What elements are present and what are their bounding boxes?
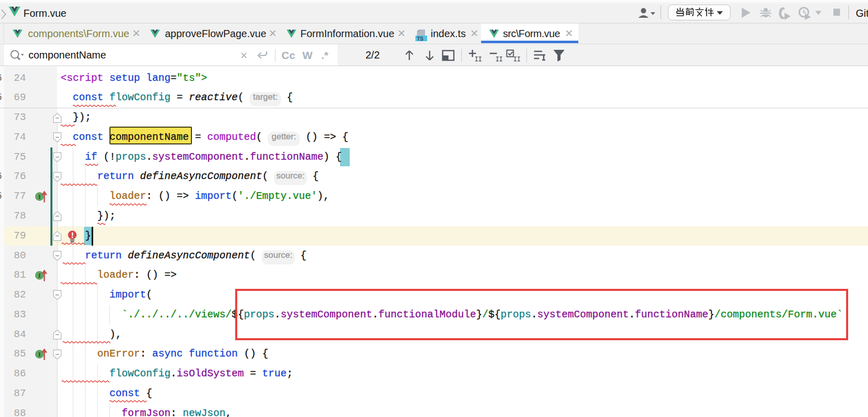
svg-text:TS: TS — [417, 36, 424, 42]
